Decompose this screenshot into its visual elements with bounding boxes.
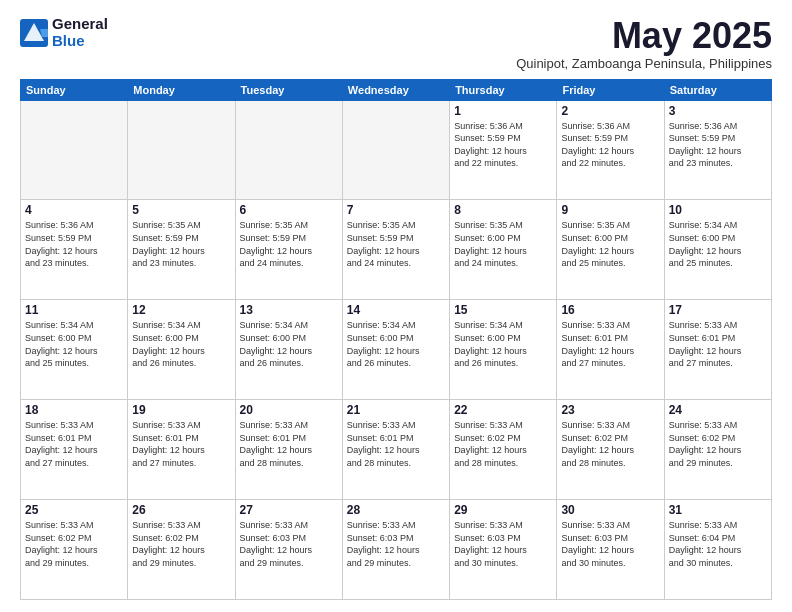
day-info: Sunrise: 5:33 AM Sunset: 6:01 PM Dayligh… [669, 319, 767, 369]
day-info: Sunrise: 5:35 AM Sunset: 6:00 PM Dayligh… [454, 219, 552, 269]
logo-icon [20, 19, 48, 47]
day-number: 17 [669, 303, 767, 317]
day-info: Sunrise: 5:36 AM Sunset: 5:59 PM Dayligh… [561, 120, 659, 170]
day-info: Sunrise: 5:36 AM Sunset: 5:59 PM Dayligh… [669, 120, 767, 170]
day-number: 20 [240, 403, 338, 417]
day-number: 28 [347, 503, 445, 517]
day-number: 1 [454, 104, 552, 118]
day-number: 19 [132, 403, 230, 417]
table-row: 18Sunrise: 5:33 AM Sunset: 6:01 PM Dayli… [21, 400, 128, 500]
day-info: Sunrise: 5:34 AM Sunset: 6:00 PM Dayligh… [669, 219, 767, 269]
day-info: Sunrise: 5:35 AM Sunset: 5:59 PM Dayligh… [132, 219, 230, 269]
table-row [128, 100, 235, 200]
day-info: Sunrise: 5:33 AM Sunset: 6:01 PM Dayligh… [240, 419, 338, 469]
day-info: Sunrise: 5:34 AM Sunset: 6:00 PM Dayligh… [240, 319, 338, 369]
day-number: 15 [454, 303, 552, 317]
day-number: 9 [561, 203, 659, 217]
table-row: 20Sunrise: 5:33 AM Sunset: 6:01 PM Dayli… [235, 400, 342, 500]
day-number: 21 [347, 403, 445, 417]
day-info: Sunrise: 5:33 AM Sunset: 6:01 PM Dayligh… [347, 419, 445, 469]
col-sunday: Sunday [21, 79, 128, 100]
col-thursday: Thursday [450, 79, 557, 100]
table-row: 14Sunrise: 5:34 AM Sunset: 6:00 PM Dayli… [342, 300, 449, 400]
table-row: 24Sunrise: 5:33 AM Sunset: 6:02 PM Dayli… [664, 400, 771, 500]
day-number: 24 [669, 403, 767, 417]
day-number: 31 [669, 503, 767, 517]
table-row: 21Sunrise: 5:33 AM Sunset: 6:01 PM Dayli… [342, 400, 449, 500]
calendar-header-row: Sunday Monday Tuesday Wednesday Thursday… [21, 79, 772, 100]
calendar-week-row: 4Sunrise: 5:36 AM Sunset: 5:59 PM Daylig… [21, 200, 772, 300]
day-number: 29 [454, 503, 552, 517]
day-number: 14 [347, 303, 445, 317]
day-info: Sunrise: 5:35 AM Sunset: 6:00 PM Dayligh… [561, 219, 659, 269]
table-row: 31Sunrise: 5:33 AM Sunset: 6:04 PM Dayli… [664, 500, 771, 600]
day-number: 27 [240, 503, 338, 517]
day-number: 2 [561, 104, 659, 118]
table-row: 25Sunrise: 5:33 AM Sunset: 6:02 PM Dayli… [21, 500, 128, 600]
table-row: 10Sunrise: 5:34 AM Sunset: 6:00 PM Dayli… [664, 200, 771, 300]
month-title: May 2025 [516, 16, 772, 56]
table-row [342, 100, 449, 200]
table-row: 29Sunrise: 5:33 AM Sunset: 6:03 PM Dayli… [450, 500, 557, 600]
day-number: 5 [132, 203, 230, 217]
day-number: 4 [25, 203, 123, 217]
day-info: Sunrise: 5:35 AM Sunset: 5:59 PM Dayligh… [347, 219, 445, 269]
table-row: 12Sunrise: 5:34 AM Sunset: 6:00 PM Dayli… [128, 300, 235, 400]
table-row [235, 100, 342, 200]
day-number: 13 [240, 303, 338, 317]
table-row: 5Sunrise: 5:35 AM Sunset: 5:59 PM Daylig… [128, 200, 235, 300]
day-info: Sunrise: 5:33 AM Sunset: 6:02 PM Dayligh… [25, 519, 123, 569]
day-number: 30 [561, 503, 659, 517]
header: General Blue May 2025 Quinipot, Zamboang… [20, 16, 772, 71]
col-monday: Monday [128, 79, 235, 100]
table-row: 1Sunrise: 5:36 AM Sunset: 5:59 PM Daylig… [450, 100, 557, 200]
calendar-week-row: 18Sunrise: 5:33 AM Sunset: 6:01 PM Dayli… [21, 400, 772, 500]
day-number: 12 [132, 303, 230, 317]
table-row: 4Sunrise: 5:36 AM Sunset: 5:59 PM Daylig… [21, 200, 128, 300]
day-info: Sunrise: 5:33 AM Sunset: 6:02 PM Dayligh… [669, 419, 767, 469]
table-row: 22Sunrise: 5:33 AM Sunset: 6:02 PM Dayli… [450, 400, 557, 500]
table-row: 17Sunrise: 5:33 AM Sunset: 6:01 PM Dayli… [664, 300, 771, 400]
logo-general: General [52, 16, 108, 33]
day-info: Sunrise: 5:33 AM Sunset: 6:02 PM Dayligh… [454, 419, 552, 469]
page: General Blue May 2025 Quinipot, Zamboang… [0, 0, 792, 612]
table-row: 19Sunrise: 5:33 AM Sunset: 6:01 PM Dayli… [128, 400, 235, 500]
day-info: Sunrise: 5:33 AM Sunset: 6:03 PM Dayligh… [454, 519, 552, 569]
day-number: 8 [454, 203, 552, 217]
table-row: 9Sunrise: 5:35 AM Sunset: 6:00 PM Daylig… [557, 200, 664, 300]
table-row: 7Sunrise: 5:35 AM Sunset: 5:59 PM Daylig… [342, 200, 449, 300]
table-row: 30Sunrise: 5:33 AM Sunset: 6:03 PM Dayli… [557, 500, 664, 600]
col-friday: Friday [557, 79, 664, 100]
day-info: Sunrise: 5:33 AM Sunset: 6:04 PM Dayligh… [669, 519, 767, 569]
table-row: 2Sunrise: 5:36 AM Sunset: 5:59 PM Daylig… [557, 100, 664, 200]
day-info: Sunrise: 5:33 AM Sunset: 6:01 PM Dayligh… [132, 419, 230, 469]
day-info: Sunrise: 5:34 AM Sunset: 6:00 PM Dayligh… [347, 319, 445, 369]
day-number: 11 [25, 303, 123, 317]
table-row: 13Sunrise: 5:34 AM Sunset: 6:00 PM Dayli… [235, 300, 342, 400]
day-info: Sunrise: 5:34 AM Sunset: 6:00 PM Dayligh… [132, 319, 230, 369]
logo-blue: Blue [52, 33, 108, 50]
calendar-week-row: 1Sunrise: 5:36 AM Sunset: 5:59 PM Daylig… [21, 100, 772, 200]
table-row: 28Sunrise: 5:33 AM Sunset: 6:03 PM Dayli… [342, 500, 449, 600]
col-tuesday: Tuesday [235, 79, 342, 100]
day-number: 3 [669, 104, 767, 118]
day-info: Sunrise: 5:34 AM Sunset: 6:00 PM Dayligh… [25, 319, 123, 369]
day-info: Sunrise: 5:36 AM Sunset: 5:59 PM Dayligh… [454, 120, 552, 170]
table-row: 11Sunrise: 5:34 AM Sunset: 6:00 PM Dayli… [21, 300, 128, 400]
day-number: 18 [25, 403, 123, 417]
table-row: 27Sunrise: 5:33 AM Sunset: 6:03 PM Dayli… [235, 500, 342, 600]
table-row: 6Sunrise: 5:35 AM Sunset: 5:59 PM Daylig… [235, 200, 342, 300]
col-wednesday: Wednesday [342, 79, 449, 100]
table-row: 23Sunrise: 5:33 AM Sunset: 6:02 PM Dayli… [557, 400, 664, 500]
table-row: 16Sunrise: 5:33 AM Sunset: 6:01 PM Dayli… [557, 300, 664, 400]
day-info: Sunrise: 5:33 AM Sunset: 6:01 PM Dayligh… [561, 319, 659, 369]
day-info: Sunrise: 5:33 AM Sunset: 6:03 PM Dayligh… [561, 519, 659, 569]
table-row: 8Sunrise: 5:35 AM Sunset: 6:00 PM Daylig… [450, 200, 557, 300]
table-row [21, 100, 128, 200]
logo-text: General Blue [52, 16, 108, 49]
table-row: 3Sunrise: 5:36 AM Sunset: 5:59 PM Daylig… [664, 100, 771, 200]
day-info: Sunrise: 5:33 AM Sunset: 6:02 PM Dayligh… [132, 519, 230, 569]
table-row: 15Sunrise: 5:34 AM Sunset: 6:00 PM Dayli… [450, 300, 557, 400]
day-info: Sunrise: 5:33 AM Sunset: 6:03 PM Dayligh… [347, 519, 445, 569]
day-number: 23 [561, 403, 659, 417]
